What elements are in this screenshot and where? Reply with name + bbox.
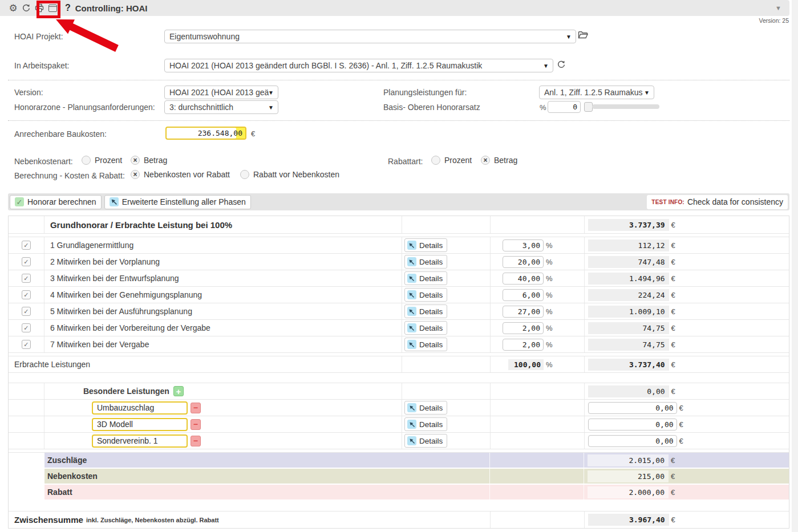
- version-field-label: Version:: [14, 88, 43, 97]
- radio-rabattart-betrag[interactable]: × Betrag: [481, 156, 517, 165]
- radio-rabatt-vor-nebenkosten[interactable]: Rabatt vor Nebenkosten: [240, 170, 339, 179]
- cursor-icon: [407, 323, 416, 332]
- percent-unit: %: [540, 103, 546, 112]
- project-select[interactable]: Eigentumswohnung ▼: [164, 30, 576, 43]
- phase-checkbox[interactable]: ✓: [22, 307, 31, 316]
- phase-name: 2 Mitwirken bei der Vorplanung: [50, 257, 160, 266]
- radio-nebenkostenart-prozent[interactable]: Prozent: [82, 156, 122, 165]
- radio-rabattart-prozent[interactable]: Prozent: [431, 156, 472, 165]
- radio-selected-icon: ×: [481, 156, 490, 165]
- percent-input[interactable]: [503, 239, 544, 251]
- open-folder-icon[interactable]: [578, 30, 588, 39]
- collapse-panel-icon[interactable]: ▼: [775, 5, 781, 11]
- percent-input[interactable]: [503, 256, 544, 268]
- details-button[interactable]: Details: [404, 417, 447, 431]
- phase-value: 112,12: [588, 239, 669, 251]
- cursor-icon: [407, 340, 416, 349]
- phase-checkbox[interactable]: ✓: [22, 323, 31, 332]
- calculate-button[interactable]: ✓ Honorar berechnen: [10, 195, 102, 209]
- berechnung-label: Berechnung - Kosten & Rabatt:: [14, 171, 125, 180]
- zwischensumme-subtitle: inkl. Zuschläge, Nebenkosten abzügl. Rab…: [86, 517, 219, 523]
- add-leistung-button[interactable]: +: [173, 386, 184, 396]
- action-bar: ✓ Honorar berechnen Erweiterte Einstellu…: [8, 193, 789, 210]
- chevron-down-icon: ▼: [566, 34, 572, 40]
- percent-input[interactable]: [503, 273, 544, 285]
- checkmark-icon: ✓: [23, 341, 29, 348]
- honorarzone-select[interactable]: 3: durchschnittlich ▼: [164, 100, 278, 114]
- radio-nebenkosten-vor-rabatt[interactable]: × Nebenkosten vor Rabatt: [131, 170, 230, 179]
- details-button[interactable]: Details: [404, 238, 447, 252]
- refresh-icon[interactable]: [20, 2, 33, 14]
- version-select[interactable]: HOAI 2021 (HOAI 2013 geä ▼: [164, 86, 278, 99]
- details-label: Details: [419, 404, 443, 412]
- reload-arbeitspaket-icon[interactable]: [557, 60, 566, 69]
- details-label: Details: [419, 437, 443, 445]
- details-label: Details: [419, 258, 443, 266]
- percent-input[interactable]: [503, 322, 544, 334]
- phase-checkbox[interactable]: ✓: [22, 241, 31, 250]
- cursor-icon: [407, 420, 416, 429]
- phase-checkbox[interactable]: ✓: [22, 257, 31, 266]
- help-icon[interactable]: ?: [65, 3, 71, 13]
- details-button[interactable]: Details: [404, 255, 447, 269]
- nebenkostenart-label: Nebenkostenart:: [14, 157, 73, 166]
- chevron-down-icon: ▼: [543, 63, 549, 69]
- leistung-name-input[interactable]: [92, 434, 188, 448]
- rabattart-label: Rabattart:: [388, 157, 423, 166]
- remove-leistung-button[interactable]: −: [191, 403, 201, 413]
- table-row-rabatt: Rabatt 2.000,00€: [9, 485, 789, 499]
- leistung-value-input[interactable]: [588, 435, 677, 447]
- test-info-text: Check data for consistency: [687, 197, 783, 206]
- table-row-phase-2: ✓ 2 Mitwirken bei der Vorplanung Details…: [9, 254, 789, 270]
- erbrachte-value: 3.737,40: [588, 359, 669, 371]
- details-button[interactable]: Details: [404, 434, 447, 448]
- table-row-besondere-header: Besondere Leistungen+ 0,00€: [9, 383, 789, 400]
- basis-percent-input[interactable]: [548, 101, 581, 113]
- details-button[interactable]: Details: [404, 271, 447, 285]
- details-button[interactable]: Details: [404, 338, 447, 351]
- phase-checkbox[interactable]: ✓: [22, 274, 31, 283]
- phase-checkbox[interactable]: ✓: [22, 290, 31, 299]
- table-row-phase-6: ✓ 6 Mitwirken bei der Vorbereitung der V…: [9, 320, 789, 336]
- scrollbar-track[interactable]: [792, 0, 798, 532]
- leistung-name-input[interactable]: [92, 401, 188, 415]
- details-label: Details: [419, 420, 443, 429]
- details-button[interactable]: Details: [404, 304, 447, 318]
- window-title: Controlling: HOAI: [75, 3, 148, 13]
- details-button[interactable]: Details: [404, 321, 447, 335]
- slider-track[interactable]: [592, 104, 659, 109]
- radio-selected-icon: ×: [131, 156, 140, 165]
- percent-input[interactable]: [503, 306, 544, 318]
- gear-icon[interactable]: ⚙: [7, 2, 19, 14]
- project-select-value: Eigentumswohnung: [169, 32, 240, 41]
- slider-handle[interactable]: [584, 102, 593, 112]
- annotation-highlight-box: [37, 1, 60, 18]
- percent-input[interactable]: [503, 339, 544, 351]
- remove-leistung-button[interactable]: −: [191, 419, 201, 430]
- arbeitspaket-label: In Arbeitspaket:: [14, 61, 70, 70]
- calculate-button-label: Honorar berechnen: [27, 197, 96, 206]
- leistung-value-input[interactable]: [588, 419, 677, 431]
- chevron-down-icon: ▼: [268, 104, 274, 111]
- table-header-row: Grundhonorar / Erbrachte Leistung bei 10…: [9, 216, 789, 234]
- planungsleistungen-select[interactable]: Anl. 1, Ziff. 1.2.5 Raumakus ▼: [539, 86, 654, 99]
- phase-checkbox[interactable]: ✓: [22, 340, 31, 349]
- leistung-name-input[interactable]: [92, 418, 188, 431]
- divider: [8, 120, 789, 121]
- radio-nebenkostenart-betrag[interactable]: × Betrag: [131, 156, 167, 165]
- baukosten-input[interactable]: [165, 127, 246, 140]
- chevron-down-icon: ▼: [268, 90, 274, 96]
- details-button[interactable]: Details: [404, 401, 447, 415]
- percent-input[interactable]: [503, 289, 544, 301]
- row-title: Zuschläge: [47, 456, 87, 465]
- radio-label: Betrag: [144, 156, 167, 165]
- leistung-value-input[interactable]: [588, 402, 677, 414]
- remove-leistung-button[interactable]: −: [191, 436, 201, 446]
- advanced-settings-button[interactable]: Erweiterte Einstellung aller Phasen: [104, 195, 251, 209]
- arbeitspaket-select[interactable]: HOAI 2021 (HOAI 2013 geändert durch BGBl…: [164, 59, 553, 72]
- cursor-icon: [407, 241, 416, 250]
- details-button[interactable]: Details: [404, 288, 447, 302]
- table-row-nebenkosten: Nebenkosten 215,00€: [9, 469, 789, 484]
- honorarzone-label: Honorarzone - Planungsanforderungen:: [14, 103, 155, 112]
- checkmark-icon: ✓: [15, 197, 24, 206]
